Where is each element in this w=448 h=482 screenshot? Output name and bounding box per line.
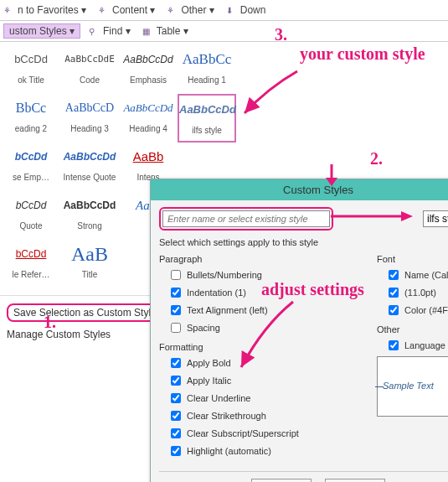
style-tile[interactable]: AaBbCcDdIntense Quote (60, 143, 119, 191)
other-section: Other (377, 324, 448, 334)
style-tile[interactable]: AaBTitle (60, 240, 119, 288)
style-preview: bCcDd (2, 245, 60, 265)
style-tile[interactable]: AaBbCcDdHeading 4 (119, 94, 178, 143)
style-preview: AaBbCcDdE (60, 50, 119, 70)
formatting-section: Formatting (159, 342, 377, 352)
style-tile[interactable]: bCcDdQuote (2, 191, 60, 240)
style-name-input[interactable] (162, 210, 330, 227)
style-label: Code (60, 75, 119, 85)
style-preview: AaBbCc (178, 50, 236, 70)
dialog-title: Custom Styles (151, 179, 448, 200)
paragraph-section: Paragraph (159, 254, 377, 264)
style-label: Heading 4 (119, 124, 178, 133)
style-label: Strong (60, 221, 119, 231)
style-preview: AaBbCcDd (60, 148, 119, 168)
style-label: ok Title (2, 75, 60, 85)
style-preview: AaBbCcDd (60, 196, 119, 216)
other-button[interactable]: Other ▾ (178, 3, 217, 18)
style-label: ilfs style (179, 126, 234, 135)
custom-styles-dialog: Custom Styles Select which settings appl… (150, 179, 448, 482)
style-label: Heading 1 (178, 75, 236, 85)
strike-checkbox[interactable]: Clear Strikethrough (167, 408, 377, 423)
download-icon: ⬇ (226, 6, 234, 14)
find-button[interactable]: Find ▾ (100, 23, 134, 39)
style-label: Emphasis (119, 75, 178, 85)
style-label: le Refer… (2, 270, 60, 279)
favorites-button[interactable]: n to Favorites ▾ (14, 3, 90, 18)
style-preview: BbCc (2, 99, 60, 119)
style-preview: AaBbCcD (60, 99, 119, 119)
style-tile[interactable]: bCcDdse Emp… (2, 143, 60, 191)
style-preview: AaBbCcDd (119, 99, 178, 119)
underline-checkbox[interactable]: Clear Underline (167, 391, 377, 406)
style-tile[interactable]: AaBbCcDHeading 3 (60, 94, 119, 143)
style-tile[interactable]: AaBbCcDdEmphasis (119, 45, 178, 94)
font-size-checkbox[interactable]: (11.0pt) (385, 285, 448, 300)
style-label: eading 2 (2, 124, 60, 133)
content-icon: ⚘ (98, 6, 106, 14)
style-label: Intense Quote (60, 173, 119, 182)
highlight-checkbox[interactable]: Highlight (automatic) (167, 443, 377, 459)
style-tile[interactable]: bCcDdle Refer… (2, 240, 60, 288)
font-name-checkbox[interactable]: Name (Calibri (385, 267, 448, 282)
language-checkbox[interactable]: Language (en (385, 338, 448, 353)
style-preview: bCcDd (2, 196, 60, 216)
content-button[interactable]: Content ▾ (109, 3, 158, 18)
spacing-checkbox[interactable]: Spacing (167, 320, 377, 335)
style-preview: AaBbCcDd (179, 101, 234, 121)
ribbon-toolbar-row2: ustom Styles ▾ ⚲Find ▾ ▦Table ▾ (0, 21, 448, 42)
indent-checkbox[interactable]: Indentation (1) (167, 285, 377, 300)
style-name-value[interactable] (423, 210, 448, 227)
favorites-icon: ⚘ (3, 6, 12, 14)
align-checkbox[interactable]: Text Alignment (left) (167, 303, 377, 318)
style-preview: AaBb (119, 148, 178, 168)
style-preview: AaBbCcDd (119, 50, 178, 70)
ribbon-toolbar: ⚘n to Favorites ▾ ⚘Content ▾ ⚘Other ▾ ⬇D… (0, 0, 448, 21)
download-button[interactable]: Down (237, 3, 270, 18)
font-color-checkbox[interactable]: Color (#4F81B (385, 303, 448, 318)
cancel-button[interactable]: Cancel (325, 479, 385, 482)
table-button[interactable]: Table ▾ (153, 23, 192, 39)
ok-button[interactable]: OK (251, 479, 312, 482)
style-tile[interactable]: AaBbCcDdStrong (60, 191, 119, 240)
table-icon: ▦ (142, 27, 151, 35)
custom-styles-button[interactable]: ustom Styles ▾ (3, 23, 80, 39)
bullets-checkbox[interactable]: Bullets/Numbering (167, 267, 377, 282)
style-tile[interactable]: AaBbCcHeading 1 (178, 45, 236, 94)
other-icon: ⚘ (167, 6, 175, 14)
style-preview: AaB (60, 245, 119, 265)
italic-checkbox[interactable]: Apply Italic (167, 373, 377, 388)
sample-preview: Sample Text (377, 356, 448, 417)
style-label: Heading 3 (60, 124, 119, 133)
style-tile[interactable]: AaBbCcDdECode (60, 45, 119, 94)
style-preview: bCcDd (2, 148, 60, 168)
style-tile[interactable]: BbCceading 2 (2, 94, 60, 143)
bold-checkbox[interactable]: Apply Bold (167, 355, 377, 371)
style-tile[interactable]: AaBbCcDdilfs style (178, 94, 236, 143)
style-label: Quote (2, 221, 60, 231)
style-preview: bCcDd (2, 50, 60, 70)
font-section: Font (377, 254, 448, 264)
subsup-checkbox[interactable]: Clear Subscript/Superscript (167, 426, 377, 441)
find-icon: ⚲ (89, 27, 97, 35)
select-settings-label: Select which settings apply to this styl… (159, 237, 448, 247)
style-label: Title (60, 270, 119, 279)
style-tile[interactable]: bCcDdok Title (2, 45, 60, 94)
style-label: se Emp… (2, 173, 60, 182)
